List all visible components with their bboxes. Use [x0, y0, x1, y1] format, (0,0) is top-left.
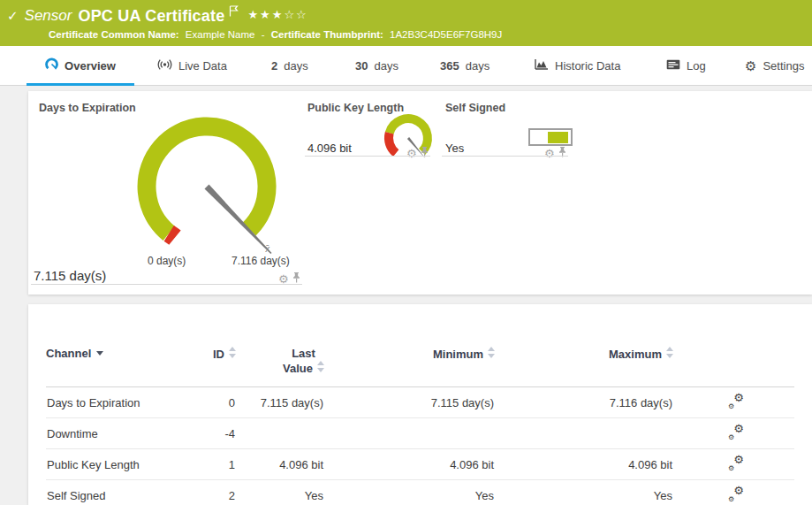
cell-maximum: 4.096 bit: [495, 449, 673, 480]
cell-minimum: 7.115 day(s): [324, 387, 495, 418]
column-header-minimum[interactable]: Minimum: [324, 304, 495, 387]
days-to-expiration-gauge: [147, 126, 271, 254]
tab-bar: Overview Live Data 2 days 30 days 365 da…: [0, 46, 812, 86]
table-header-row: Channel ID LastValue Minimum Maximum: [46, 304, 794, 387]
tab-day-count: 365: [440, 59, 459, 73]
table-row: Downtime -4 ⚙⚙: [46, 418, 794, 449]
sensor-message: Certificate Common Name: Example Name - …: [0, 29, 812, 40]
common-name-label: Certificate Common Name:: [49, 29, 179, 40]
panel-divider: [305, 156, 430, 157]
column-header-last-value[interactable]: LastValue: [236, 304, 324, 387]
cell-last-value: Yes: [236, 480, 324, 505]
gauge-icon: [45, 57, 58, 73]
tab-label: Settings: [763, 59, 804, 73]
tab-label: days: [374, 59, 398, 73]
gauge-max-label: 7.116 day(s): [231, 255, 290, 267]
tab-day-count: 30: [355, 59, 368, 73]
subtitle-separator: -: [262, 29, 265, 40]
cell-channel: Days to Expiration: [46, 387, 190, 418]
cell-id: 0: [190, 387, 236, 418]
cell-minimum: 4.096 bit: [324, 449, 495, 480]
gear-icon: ⚙: [745, 59, 756, 73]
channel-settings-gears-icon[interactable]: ⚙⚙: [728, 394, 744, 409]
cell-maximum: [495, 418, 673, 449]
pin-icon[interactable]: [558, 145, 566, 161]
tab-settings[interactable]: ⚙ Settings: [745, 46, 804, 85]
gauge-title-self-signed: Self Signed: [445, 102, 505, 114]
table-row: Days to Expiration 0 7.115 day(s) 7.115 …: [46, 387, 794, 418]
cell-channel: Public Key Length: [46, 449, 190, 480]
gauges-card: Days to Expiration 0 day(s) 7.116 day(s)…: [28, 91, 812, 295]
channel-settings-gears-icon[interactable]: ⚙⚙: [728, 487, 744, 501]
column-header-maximum[interactable]: Maximum: [495, 304, 673, 387]
tab-label: Historic Data: [555, 59, 620, 73]
tab-label: Log: [687, 59, 706, 73]
self-signed-on-knob: [548, 132, 568, 143]
live-data-icon: [157, 58, 172, 73]
tab-label: days: [284, 59, 307, 73]
table-row: Self Signed 2 Yes Yes Yes ⚙⚙: [46, 480, 794, 505]
cell-maximum: Yes: [495, 480, 673, 505]
channel-gear-icon[interactable]: ⚙: [278, 273, 289, 285]
cell-channel: Self Signed: [46, 480, 190, 505]
channel-settings-gears-icon[interactable]: ⚙⚙: [728, 456, 744, 471]
gauges-canvas: [28, 91, 812, 295]
cell-minimum: Yes: [324, 480, 495, 505]
status-up-check-icon: ✓: [7, 8, 19, 24]
column-header-id[interactable]: ID: [190, 304, 236, 387]
thumbprint-label: Certificate Thumbprint:: [271, 29, 383, 40]
tab-overview[interactable]: Overview: [27, 46, 134, 85]
channel-settings-gears-icon[interactable]: ⚙⚙: [728, 425, 744, 440]
tab-log[interactable]: Log: [666, 46, 706, 85]
cell-id: 1: [190, 449, 236, 480]
pin-icon[interactable]: [421, 145, 429, 161]
cell-id: 2: [190, 480, 236, 505]
favorite-flag-icon[interactable]: [229, 4, 239, 20]
channel-gear-icon[interactable]: ⚙: [544, 148, 555, 159]
gauge-value-days-to-expiration: 7.115 day(s): [34, 268, 106, 283]
log-icon: [666, 59, 680, 73]
panel-divider: [442, 156, 568, 157]
priority-stars[interactable]: ★★★☆☆: [247, 8, 307, 21]
tab-2-days[interactable]: 2 days: [271, 46, 308, 85]
cell-last-value: 7.115 day(s): [236, 387, 324, 418]
channel-table-card: Channel ID LastValue Minimum Maximum Day…: [28, 304, 812, 505]
channel-table: Channel ID LastValue Minimum Maximum Day…: [46, 304, 794, 505]
gauge-mean-marker: x̄: [265, 243, 270, 254]
gauge-min-label: 0 day(s): [148, 255, 186, 267]
cell-minimum: [324, 418, 495, 449]
cell-last-value: [236, 418, 324, 449]
sort-icon: [666, 347, 673, 358]
gauge-title-public-key-length: Public Key Length: [307, 102, 404, 114]
cell-id: -4: [190, 418, 236, 449]
sort-icon: [317, 361, 324, 372]
tab-day-count: 2: [271, 59, 277, 73]
panel-divider: [31, 284, 302, 285]
sort-icon: [229, 347, 236, 358]
page-title: OPC UA Certificate: [78, 7, 224, 26]
table-row: Public Key Length 1 4.096 bit 4.096 bit …: [46, 449, 794, 480]
cell-channel: Downtime: [46, 418, 190, 449]
tab-historic-data[interactable]: Historic Data: [535, 46, 620, 85]
self-signed-indicator: [528, 128, 573, 146]
tab-30-days[interactable]: 30 days: [355, 46, 398, 85]
cell-maximum: 7.116 day(s): [495, 387, 673, 418]
gauge-title-days-to-expiration: Days to Expiration: [39, 102, 136, 114]
tab-label: Live Data: [178, 59, 227, 73]
column-header-channel[interactable]: Channel: [46, 304, 190, 387]
sensor-kind-label: Sensor: [25, 7, 72, 25]
tab-365-days[interactable]: 365 days: [440, 46, 489, 85]
sensor-header: ✓ Sensor OPC UA Certificate ★★★☆☆ Certif…: [0, 0, 812, 46]
tab-label: days: [466, 59, 489, 73]
area-chart-icon: [535, 58, 549, 73]
common-name-value: Example Name: [186, 29, 255, 40]
gauge-value-public-key-length: 4.096 bit: [307, 142, 352, 155]
gauge-value-self-signed: Yes: [445, 142, 464, 155]
tab-live-data[interactable]: Live Data: [157, 46, 227, 85]
thumbprint-value: 1A2B3C4D5E6F7G8H9J: [390, 29, 502, 40]
channel-gear-icon[interactable]: ⚙: [406, 148, 417, 159]
tab-label: Overview: [65, 59, 116, 73]
cell-last-value: 4.096 bit: [236, 449, 324, 480]
sort-icon: [488, 347, 495, 358]
column-header-settings: [673, 304, 794, 387]
